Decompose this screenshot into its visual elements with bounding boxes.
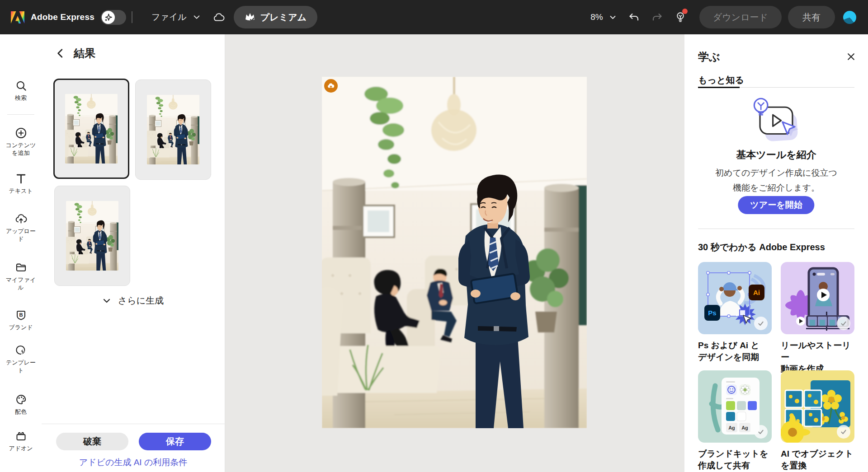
left-rail: 検索 コンテンツを追加 テキスト アップロード — [0, 34, 42, 472]
results-panel: 結果 さらに生成 破棄 保存 アドビの生成 AI の利用条件 — [42, 34, 225, 472]
tips-lightbulb-button[interactable] — [675, 11, 686, 23]
download-label: ダウンロード — [713, 11, 768, 23]
illustrator-badge: Ai — [749, 285, 764, 300]
rail-divider — [7, 114, 34, 115]
download-button[interactable]: ダウンロード — [699, 6, 782, 28]
cloud-sync-icon[interactable] — [213, 12, 225, 22]
cloud-upload-icon — [327, 82, 335, 89]
learn-title: 学ぶ — [698, 50, 720, 64]
sidebar-item-my-files[interactable]: マイファイル — [0, 262, 42, 291]
add-content-icon — [15, 127, 27, 139]
check-circle-icon — [837, 425, 850, 439]
notification-dot — [682, 9, 688, 14]
results-footer: 破棄 保存 アドビの生成 AI の利用条件 — [42, 424, 225, 472]
learn-card-label: リールやストーリー 動画を作成 — [781, 340, 854, 375]
learn-card-label: AI でオブジェクト を置換 — [781, 448, 854, 472]
result-thumbnail-3[interactable] — [54, 186, 130, 286]
close-button[interactable] — [847, 52, 855, 61]
sidebar-item-addons[interactable]: アドオン — [0, 430, 42, 452]
tab-learn-more[interactable]: もっと知る — [698, 74, 744, 86]
learn-divider — [698, 229, 854, 229]
topbar-divider — [132, 11, 132, 23]
addons-icon — [15, 430, 27, 442]
back-button[interactable] — [56, 48, 64, 58]
check-circle-icon — [837, 317, 850, 330]
chevron-down-icon — [103, 297, 111, 305]
sparkle-icon — [102, 11, 115, 24]
learn-card-label: ブランドキットを 作成して共有 — [698, 448, 772, 472]
generated-asset-badge[interactable] — [324, 79, 338, 93]
canvas-photo — [322, 77, 587, 428]
font-sample-chip: Ag — [726, 423, 737, 432]
adobe-logo-icon[interactable] — [11, 11, 24, 23]
zoom-control[interactable]: 8% — [590, 12, 616, 22]
crown-icon — [245, 12, 255, 22]
chevron-down-icon — [609, 14, 616, 21]
learn-card-ps-ai-sync[interactable]: Ps Ai Ps および Ai と デザインを同期 — [698, 262, 772, 363]
topbar-right-cluster: 8% — [590, 0, 868, 34]
file-menu[interactable]: ファイル — [151, 11, 200, 23]
close-icon — [847, 52, 855, 61]
genai-terms-link[interactable]: アドビの生成 AI の利用条件 — [42, 457, 225, 468]
result-thumbnail-2[interactable] — [135, 79, 211, 180]
sidebar-item-colors[interactable]: 配色 — [0, 393, 42, 416]
sidebar-item-upload[interactable]: アップロード — [0, 213, 42, 243]
sidebar-item-brand[interactable]: B ブランド — [0, 309, 42, 331]
undo-button[interactable] — [628, 12, 640, 23]
colors-icon — [15, 393, 27, 406]
share-button[interactable]: 共有 — [788, 6, 835, 28]
generated-image-3 — [66, 201, 118, 271]
sidebar-item-text[interactable]: テキスト — [0, 173, 42, 195]
generated-image-2 — [147, 95, 199, 164]
premium-label: プレミアム — [260, 11, 307, 23]
app-title: Adobe Express — [31, 12, 94, 22]
learn-card-label: Ps および Ai と デザインを同期 — [698, 340, 772, 363]
learn-card-brand-kit[interactable]: Ag Ag ブランドキットを 作成して共有 — [698, 370, 772, 472]
tab-underline — [698, 87, 740, 88]
search-icon — [15, 79, 27, 92]
brand-icon: B — [15, 309, 27, 321]
font-sample-chip: Ag — [739, 423, 750, 432]
check-circle-icon — [754, 317, 768, 330]
discard-button[interactable]: 破棄 — [56, 433, 128, 450]
text-icon — [15, 173, 27, 185]
svg-text:B: B — [19, 312, 23, 318]
result-thumbnail-1[interactable] — [53, 79, 129, 179]
check-circle-icon — [754, 425, 768, 439]
canvas-area[interactable] — [225, 34, 684, 472]
zoom-value: 8% — [590, 12, 603, 22]
adobe-express-app: Adobe Express ファイル — [0, 0, 868, 472]
sidebar-item-search[interactable]: 検索 — [0, 79, 42, 102]
firefly-toggle[interactable] — [101, 10, 126, 25]
learn-section-title: 30 秒でわかる Adobe Express — [698, 241, 825, 253]
file-menu-label: ファイル — [151, 11, 187, 23]
templates-icon — [15, 344, 27, 356]
feature-title: 基本ツールを紹介 — [684, 148, 868, 162]
sidebar-item-add-content[interactable]: コンテンツを追加 — [0, 127, 42, 157]
account-avatar[interactable] — [843, 11, 856, 24]
tour-illustration — [684, 97, 868, 146]
top-bar: Adobe Express ファイル — [0, 0, 868, 34]
learn-card-ai-replace[interactable]: AI でオブジェクト を置換 — [781, 370, 854, 472]
canvas-artboard[interactable] — [322, 77, 587, 428]
start-tour-button[interactable]: ツアーを開始 — [738, 196, 814, 214]
learn-card-reels-stories[interactable]: リールやストーリー 動画を作成 — [781, 262, 854, 375]
my-files-icon — [15, 262, 27, 274]
chevron-down-icon — [193, 14, 200, 21]
chevron-left-icon — [56, 48, 64, 58]
learn-panel: 学ぶ もっと知る 基本ツールを紹介 初めてのデザイン作成に役立つ 機能 — [684, 34, 868, 472]
sidebar-item-templates[interactable]: テンプレート — [0, 344, 42, 374]
photoshop-badge: Ps — [704, 305, 720, 321]
generated-image-1 — [65, 94, 118, 164]
generate-more-button[interactable]: さらに生成 — [42, 294, 225, 307]
feature-description: 初めてのデザイン作成に役立つ 機能をご紹介します。 — [684, 165, 868, 195]
results-title: 結果 — [74, 46, 95, 61]
save-button[interactable]: 保存 — [139, 433, 211, 450]
premium-button[interactable]: プレミアム — [234, 6, 317, 28]
redo-button[interactable] — [651, 12, 663, 23]
upload-icon — [15, 213, 27, 225]
share-label: 共有 — [802, 11, 821, 23]
